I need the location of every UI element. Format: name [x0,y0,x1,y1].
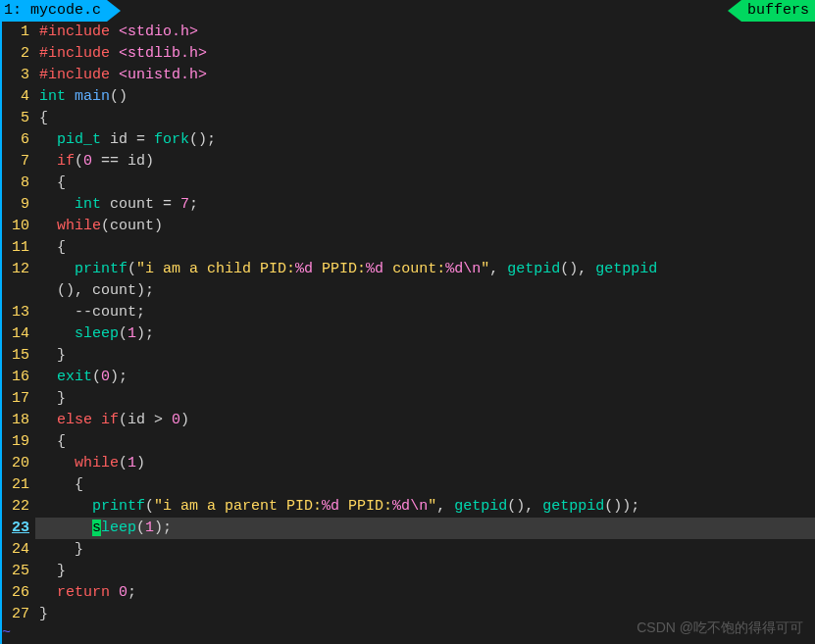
line-number: 8 [2,173,29,194]
tab-bar: 1: mycode.c buffers [0,0,815,22]
buffers-label: buffers [747,0,809,22]
code-line[interactable]: exit(0); [35,367,815,388]
code-line[interactable]: while(count) [35,216,815,237]
line-number: 19 [2,431,29,453]
line-number: 4 [2,86,29,108]
code-line[interactable]: sleep(1); [35,323,815,345]
line-number: 26 [2,582,29,604]
code-line[interactable]: } [35,345,815,367]
code-line[interactable]: #include <unistd.h> [35,65,815,86]
line-number: 10 [2,216,29,237]
code-line[interactable]: #include <stdio.h> [35,22,815,43]
code-line[interactable]: int main() [35,86,815,108]
code-line[interactable]: else if(id > 0) [35,410,815,431]
tab-current-file[interactable]: 1: mycode.c [0,0,107,22]
code-line[interactable]: (), count); [35,280,815,302]
line-number: 13 [2,302,29,323]
line-number: 6 [2,129,29,151]
code-line[interactable]: pid_t id = fork(); [35,129,815,151]
line-number: 7 [2,151,29,173]
code-line[interactable]: { [35,173,815,194]
code-line[interactable]: } [35,388,815,410]
line-number: 16 [2,367,29,388]
line-number: 22 [2,496,29,518]
code-editor[interactable]: 1234567891011121314151617181920212223242… [0,22,815,644]
code-line[interactable]: { [35,474,815,496]
code-line[interactable]: { [35,108,815,129]
code-line[interactable]: printf("i am a child PID:%d PPID:%d coun… [35,259,815,280]
code-line[interactable]: return 0; [35,582,815,604]
line-number-gutter: 1234567891011121314151617181920212223242… [2,22,35,644]
code-area[interactable]: #include <stdio.h>#include <stdlib.h>#in… [35,22,815,644]
line-number: 21 [2,474,29,496]
code-line[interactable]: if(0 == id) [35,151,815,173]
line-number: 5 [2,108,29,129]
code-line[interactable]: { [35,237,815,259]
line-number: 24 [2,539,29,561]
line-number: 3 [2,65,29,86]
line-number: 20 [2,453,29,474]
line-number: 18 [2,410,29,431]
code-line[interactable]: } [35,561,815,582]
line-number [2,280,29,302]
line-number: 11 [2,237,29,259]
code-line[interactable]: } [35,604,815,625]
line-number: 17 [2,388,29,410]
line-number: 1 [2,22,29,43]
code-line[interactable]: printf("i am a parent PID:%d PPID:%d\n",… [35,496,815,518]
line-number: 15 [2,345,29,367]
code-line[interactable]: sleep(1); [35,518,815,539]
line-number: 14 [2,323,29,345]
code-line[interactable]: } [35,539,815,561]
code-line[interactable]: int count = 7; [35,194,815,216]
line-number: 23 [2,518,29,539]
tab-filename: mycode.c [30,0,101,22]
empty-line-marker: ~ [0,622,11,644]
text-cursor: s [92,520,101,536]
code-line[interactable]: --count; [35,302,815,323]
tab-index: 1: [4,0,22,22]
line-number: 25 [2,561,29,582]
buffers-indicator[interactable]: buffers [741,0,815,22]
code-line[interactable]: #include <stdlib.h> [35,43,815,65]
line-number: 12 [2,259,29,280]
line-number: 9 [2,194,29,216]
code-line[interactable]: { [35,431,815,453]
line-number: 2 [2,43,29,65]
code-line[interactable]: while(1) [35,453,815,474]
